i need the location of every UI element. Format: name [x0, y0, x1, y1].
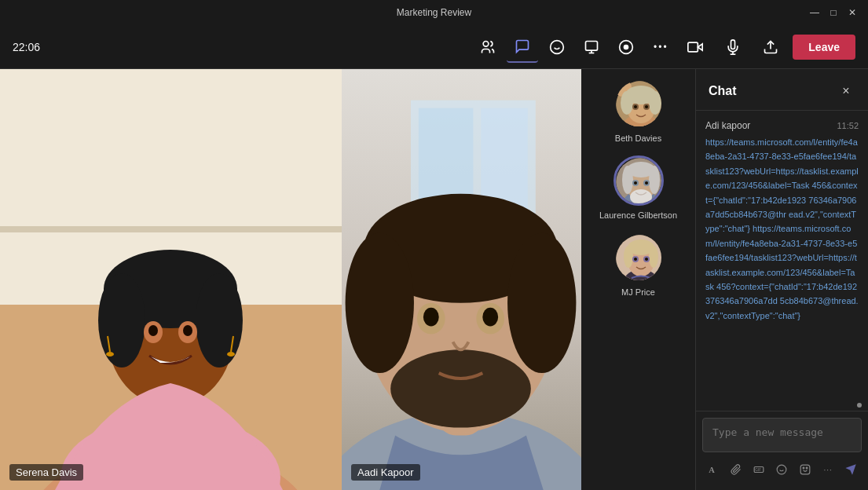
video-area: Serena Davis — [0, 69, 695, 490]
window-controls: — □ ✕ — [808, 6, 859, 19]
whiteboard-button[interactable] — [576, 31, 607, 63]
participant-beth[interactable]: Beth Davies — [588, 79, 689, 143]
svg-rect-10 — [688, 42, 698, 52]
camera-button[interactable] — [679, 31, 711, 63]
right-column: Aadi Kapoor — [342, 69, 695, 490]
format-text-button[interactable]: A — [702, 459, 723, 481]
chat-button[interactable] — [507, 31, 538, 63]
svg-point-81 — [624, 246, 633, 268]
close-button[interactable]: ✕ — [846, 6, 859, 19]
chat-header: Chat × — [696, 69, 868, 111]
minimize-button[interactable]: — — [808, 6, 821, 19]
share-button[interactable] — [755, 31, 786, 63]
meeting-time: 22:06 — [13, 41, 40, 53]
svg-point-61 — [634, 105, 637, 108]
chat-message-item: Adi kapoor 11:52 https://teams.microsoft… — [705, 120, 859, 322]
svg-point-120 — [778, 465, 787, 474]
chat-panel: Chat × Adi kapoor 11:52 https://teams.mi… — [695, 69, 868, 490]
svg-point-68 — [622, 166, 633, 194]
toolbar-left: 22:06 — [13, 41, 469, 53]
aadi-video: Aadi Kapoor — [342, 69, 581, 490]
svg-rect-17 — [0, 226, 342, 232]
serena-name-badge: Serena Davis — [9, 464, 83, 481]
svg-point-1 — [551, 40, 564, 53]
record-button[interactable] — [610, 31, 642, 63]
people-button[interactable] — [472, 31, 504, 63]
participant-mj[interactable]: MJ Price — [588, 232, 689, 297]
svg-point-30 — [106, 352, 114, 357]
svg-point-124 — [803, 467, 804, 469]
svg-point-0 — [483, 41, 489, 46]
chat-toolbar: A GIF ··· — [702, 455, 862, 484]
svg-point-23 — [98, 273, 145, 368]
svg-point-74 — [630, 189, 652, 205]
svg-point-73 — [645, 181, 648, 185]
serena-video-feed — [0, 69, 342, 490]
svg-rect-4 — [586, 41, 598, 50]
mj-name: MJ Price — [621, 287, 655, 297]
svg-point-86 — [645, 258, 648, 261]
svg-text:GIF: GIF — [756, 468, 762, 472]
svg-point-85 — [634, 258, 637, 261]
window-title: Marketing Review — [397, 7, 471, 18]
svg-point-43 — [346, 232, 414, 373]
more-button[interactable]: ••• — [645, 31, 676, 63]
meeting-toolbar: 22:06 ••• Leave — [0, 25, 868, 69]
aadi-video-feed — [342, 69, 581, 490]
svg-marker-9 — [698, 43, 703, 49]
aadi-name-badge: Aadi Kapoor — [351, 464, 420, 481]
svg-point-62 — [645, 105, 648, 108]
participants-sidebar: Beth Davies — [581, 69, 695, 490]
title-bar: Marketing Review — □ ✕ — [0, 0, 868, 25]
mic-button[interactable] — [717, 31, 749, 63]
svg-point-125 — [806, 467, 808, 469]
toolbar-right: Leave — [679, 31, 855, 63]
mj-avatar — [613, 232, 664, 283]
svg-point-24 — [196, 273, 243, 368]
svg-point-82 — [649, 246, 658, 268]
main-video-serena: Serena Davis — [0, 69, 342, 490]
scroll-dot — [857, 403, 862, 408]
svg-point-48 — [423, 308, 439, 327]
reactions-button[interactable] — [541, 31, 573, 63]
send-button[interactable] — [841, 459, 862, 481]
emoji-button[interactable] — [771, 459, 793, 481]
gif-button[interactable]: GIF — [749, 459, 770, 481]
message-text[interactable]: https://teams.microsoft.com/l/entity/fe4… — [705, 137, 859, 320]
right-top-row: Aadi Kapoor — [342, 69, 695, 490]
toolbar-center: ••• — [472, 31, 676, 63]
meeting-content: Serena Davis — [0, 69, 868, 490]
svg-point-69 — [649, 166, 660, 194]
chat-messages: Adi kapoor 11:52 https://teams.microsoft… — [696, 111, 868, 400]
message-header: Adi kapoor 11:52 — [705, 120, 859, 131]
leave-button[interactable]: Leave — [793, 35, 855, 60]
laurence-name: Laurence Gilbertson — [599, 210, 677, 220]
svg-point-57 — [621, 91, 633, 115]
svg-point-32 — [227, 352, 235, 357]
chat-close-button[interactable]: × — [837, 82, 855, 101]
scroll-indicator-area — [696, 400, 868, 411]
svg-point-49 — [482, 308, 498, 327]
attach-file-button[interactable] — [725, 459, 746, 481]
laurence-avatar — [613, 155, 664, 206]
svg-point-28 — [183, 325, 192, 336]
svg-point-72 — [634, 181, 637, 185]
chat-input-area: A GIF ··· — [696, 411, 868, 490]
svg-point-45 — [390, 349, 531, 427]
svg-point-27 — [148, 325, 158, 336]
chat-title: Chat — [709, 84, 737, 98]
message-time: 11:52 — [837, 121, 859, 130]
svg-text:A: A — [709, 466, 715, 474]
sticker-button[interactable] — [794, 459, 815, 481]
more-options-button[interactable]: ··· — [817, 459, 838, 481]
svg-point-58 — [649, 91, 661, 115]
sender-name: Adi kapoor — [705, 120, 750, 131]
participant-laurence[interactable]: Laurence Gilbertson — [588, 155, 689, 220]
maximize-button[interactable]: □ — [827, 6, 840, 19]
beth-avatar — [613, 79, 664, 129]
message-input[interactable] — [702, 418, 862, 452]
svg-point-44 — [507, 232, 576, 373]
svg-rect-123 — [800, 465, 810, 474]
svg-point-8 — [624, 45, 628, 49]
beth-name: Beth Davies — [615, 133, 661, 143]
